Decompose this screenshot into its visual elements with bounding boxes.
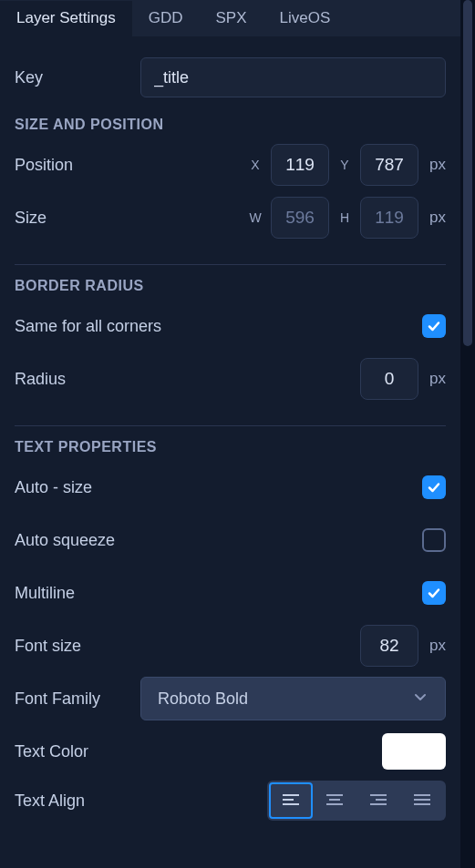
- same-corners-checkbox[interactable]: [422, 314, 446, 338]
- tab-spx[interactable]: SPX: [199, 0, 263, 36]
- size-w-input[interactable]: [271, 197, 329, 239]
- key-input[interactable]: [140, 57, 446, 97]
- key-row: Key: [15, 51, 446, 104]
- size-inputs: W H px: [249, 197, 446, 239]
- size-h-input[interactable]: [360, 197, 418, 239]
- autosqueeze-label: Auto squeeze: [15, 531, 115, 550]
- divider-2: [15, 425, 446, 426]
- tab-bar: Layer Settings GDD SPX LiveOS: [0, 0, 460, 36]
- size-label: Size: [15, 209, 46, 228]
- fontsize-label: Font size: [15, 637, 81, 656]
- align-right-icon: [369, 793, 387, 808]
- fontfamily-label: Font Family: [15, 689, 100, 709]
- multiline-checkbox[interactable]: [422, 581, 446, 605]
- align-center-button[interactable]: [313, 782, 356, 819]
- fontsize-unit: px: [429, 637, 446, 655]
- textcolor-swatch[interactable]: [382, 733, 446, 770]
- radius-inputs: px: [360, 358, 446, 400]
- h-axis-label: H: [338, 210, 351, 225]
- key-label: Key: [15, 68, 43, 87]
- radius-input[interactable]: [360, 358, 418, 400]
- position-label: Position: [15, 156, 73, 175]
- tab-gdd[interactable]: GDD: [132, 0, 200, 36]
- textcolor-row: Text Color: [15, 725, 446, 778]
- fontsize-row: Font size px: [15, 619, 446, 672]
- multiline-row: Multiline: [15, 567, 446, 619]
- same-corners-label: Same for all corners: [15, 317, 161, 336]
- align-left-icon: [282, 793, 300, 808]
- settings-panel: Layer Settings GDD SPX LiveOS Key SIZE A…: [0, 0, 460, 868]
- textalign-group: [267, 781, 446, 821]
- fontfamily-select[interactable]: Roboto Bold: [140, 677, 446, 720]
- y-axis-label: Y: [338, 158, 351, 172]
- fontfamily-row: Font Family Roboto Bold: [15, 672, 446, 725]
- check-icon: [427, 586, 441, 600]
- radius-label: Radius: [15, 370, 66, 389]
- size-unit: px: [429, 209, 446, 227]
- check-icon: [427, 319, 441, 333]
- align-justify-button[interactable]: [400, 782, 444, 819]
- section-border-radius: BORDER RADIUS: [15, 278, 446, 294]
- align-left-button[interactable]: [269, 782, 313, 819]
- size-row: Size W H px: [15, 191, 446, 244]
- chevron-down-icon: [412, 689, 429, 710]
- scrollbar[interactable]: [460, 0, 475, 868]
- position-unit: px: [429, 156, 446, 174]
- fontsize-inputs: px: [360, 625, 446, 667]
- align-right-button[interactable]: [356, 782, 400, 819]
- textalign-label: Text Align: [15, 791, 85, 811]
- autosize-checkbox[interactable]: [422, 475, 446, 499]
- tab-liveos[interactable]: LiveOS: [263, 0, 347, 36]
- panel-content: Key SIZE AND POSITION Position X Y px Si…: [0, 36, 460, 823]
- check-icon: [427, 480, 441, 495]
- autosqueeze-row: Auto squeeze: [15, 514, 446, 567]
- position-y-input[interactable]: [360, 144, 418, 186]
- position-inputs: X Y px: [249, 144, 446, 186]
- tab-layer-settings[interactable]: Layer Settings: [0, 1, 132, 37]
- w-axis-label: W: [249, 210, 262, 225]
- autosize-label: Auto - size: [15, 478, 92, 497]
- section-text-properties: TEXT PROPERTIES: [15, 439, 446, 455]
- position-x-input[interactable]: [271, 144, 329, 186]
- position-row: Position X Y px: [15, 138, 446, 191]
- textcolor-label: Text Color: [15, 742, 88, 761]
- multiline-label: Multiline: [15, 584, 75, 603]
- align-justify-icon: [413, 793, 431, 808]
- x-axis-label: X: [249, 158, 262, 172]
- autosqueeze-checkbox[interactable]: [422, 528, 446, 552]
- section-size-position: SIZE AND POSITION: [15, 117, 446, 133]
- autosize-row: Auto - size: [15, 461, 446, 514]
- scrollbar-thumb[interactable]: [463, 0, 472, 346]
- fontsize-input[interactable]: [360, 625, 418, 667]
- radius-row: Radius px: [15, 352, 446, 405]
- textalign-row: Text Align: [15, 778, 446, 823]
- align-center-icon: [325, 793, 344, 808]
- same-corners-row: Same for all corners: [15, 300, 446, 352]
- fontfamily-value: Roboto Bold: [158, 689, 248, 709]
- radius-unit: px: [429, 370, 446, 388]
- divider-1: [15, 264, 446, 265]
